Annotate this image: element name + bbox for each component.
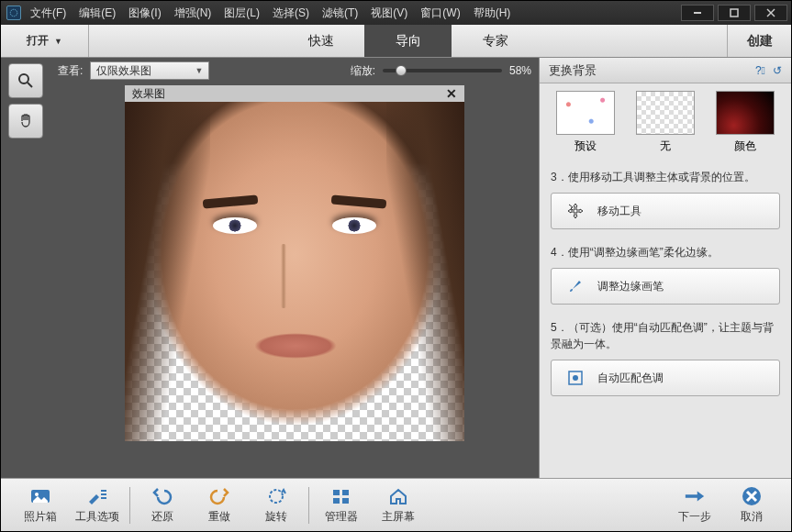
menu-help[interactable]: 帮助(H) <box>474 6 511 21</box>
organizer-icon <box>330 485 352 507</box>
next-button[interactable]: 下一步 <box>666 485 723 525</box>
bottom-bar: 照片箱 工具选项 还原 重做 旋转 管理器 主屏幕 下一步 取消 <box>1 478 791 531</box>
document-titlebar: 效果图 ✕ <box>125 85 464 102</box>
move-tool-button[interactable]: 移动工具 <box>551 193 780 229</box>
panel-body: 预设 无 颜色 3．使用移动工具调整主体或背景的位置。 移动工具 4．使用“调整… <box>540 83 791 478</box>
view-dropdown-value: 仅限效果图 <box>96 63 151 79</box>
open-label: 打开 <box>27 33 49 49</box>
button-label: 管理器 <box>325 509 358 525</box>
button-label: 重做 <box>208 509 230 525</box>
thumb-color[interactable]: 颜色 <box>716 91 775 154</box>
title-bar: 文件(F) 编辑(E) 图像(I) 增强(N) 图层(L) 选择(S) 滤镜(T… <box>1 1 791 25</box>
undo-icon <box>151 485 173 507</box>
app-icon <box>5 4 23 22</box>
match-color-button[interactable]: 自动匹配色调 <box>551 360 780 396</box>
button-label: 旋转 <box>265 509 287 525</box>
menu-bar: 文件(F) 编辑(E) 图像(I) 增强(N) 图层(L) 选择(S) 滤镜(T… <box>30 6 677 21</box>
svg-point-11 <box>35 493 39 496</box>
svg-point-9 <box>573 375 578 381</box>
rotate-button[interactable]: 旋转 <box>248 485 305 525</box>
zoom-controls: 缩放: 58% <box>351 63 531 79</box>
menu-edit[interactable]: 编辑(E) <box>79 6 116 21</box>
thumb-label: 颜色 <box>734 139 756 154</box>
tab-quick[interactable]: 快速 <box>277 25 364 57</box>
menu-enhance[interactable]: 增强(N) <box>174 6 212 21</box>
step-5-text: 5．（可选）使用“自动匹配色调”，让主题与背景融为一体。 <box>551 319 780 352</box>
mode-bar: 打开 ▼ 快速 导向 专家 创建 <box>1 25 791 58</box>
tool-options-button[interactable]: 工具选项 <box>69 485 126 525</box>
zoom-tool[interactable] <box>8 63 43 98</box>
button-label: 自动匹配色调 <box>597 371 664 386</box>
button-label: 调整边缘画笔 <box>597 279 664 294</box>
undo-button[interactable]: 还原 <box>134 485 191 525</box>
home-icon <box>387 485 409 507</box>
reset-icon[interactable]: ↺ <box>773 64 782 77</box>
document-title: 效果图 <box>132 86 165 102</box>
organizer-button[interactable]: 管理器 <box>313 485 370 525</box>
work-area: 查看: 仅限效果图 ▼ 缩放: 58% 效果图 ✕ <box>1 58 791 478</box>
tool-column <box>1 58 50 478</box>
chevron-down-icon: ▼ <box>54 37 62 46</box>
maximize-button[interactable] <box>718 5 751 21</box>
tab-guided[interactable]: 导向 <box>364 25 452 57</box>
move-icon <box>566 202 585 220</box>
home-button[interactable]: 主屏幕 <box>370 485 427 525</box>
canvas-inner: 效果图 ✕ <box>50 83 539 478</box>
mode-tabs: 快速 导向 专家 <box>277 25 539 57</box>
refine-edge-button[interactable]: 调整边缘画笔 <box>551 268 780 305</box>
redo-button[interactable]: 重做 <box>191 485 248 525</box>
svg-rect-0 <box>7 6 21 20</box>
menu-image[interactable]: 图像(I) <box>128 6 161 21</box>
view-bar: 查看: 仅限效果图 ▼ 缩放: 58% <box>50 58 539 83</box>
window-controls <box>677 5 787 21</box>
svg-point-15 <box>270 490 283 503</box>
match-color-icon <box>566 369 585 387</box>
thumb-preset[interactable]: 预设 <box>556 91 615 154</box>
cancel-button[interactable]: 取消 <box>723 485 780 525</box>
button-label: 下一步 <box>678 509 711 525</box>
create-button[interactable]: 创建 <box>727 25 791 57</box>
svg-rect-16 <box>333 490 340 495</box>
menu-layer[interactable]: 图层(L) <box>224 6 260 21</box>
zoom-slider[interactable] <box>383 69 502 72</box>
menu-select[interactable]: 选择(S) <box>273 6 309 21</box>
brush-icon <box>566 277 585 295</box>
slider-thumb[interactable] <box>396 65 407 76</box>
button-label: 主屏幕 <box>382 509 415 525</box>
photo-bin-icon <box>29 485 51 507</box>
background-thumbs: 预设 无 颜色 <box>551 91 780 154</box>
button-label: 还原 <box>151 509 173 525</box>
svg-point-6 <box>19 74 28 83</box>
chevron-down-icon: ▼ <box>195 66 203 75</box>
view-dropdown[interactable]: 仅限效果图 ▼ <box>90 61 209 80</box>
help-icon[interactable]: ?⃝ <box>755 64 765 77</box>
button-label: 移动工具 <box>597 204 641 219</box>
document-image[interactable] <box>125 102 464 441</box>
menu-file[interactable]: 文件(F) <box>30 6 66 21</box>
hand-tool[interactable] <box>8 104 43 139</box>
step-3-text: 3．使用移动工具调整主体或背景的位置。 <box>551 169 780 185</box>
view-label: 查看: <box>58 63 83 79</box>
svg-rect-19 <box>342 498 349 504</box>
button-label: 取消 <box>741 509 763 525</box>
panel-header: 更换背景 ?⃝ ↺ <box>540 58 791 83</box>
close-button[interactable] <box>754 5 787 21</box>
photo-bin-button[interactable]: 照片箱 <box>12 485 69 525</box>
menu-view[interactable]: 视图(V) <box>371 6 407 21</box>
svg-line-7 <box>28 83 32 87</box>
open-button[interactable]: 打开 ▼ <box>1 25 89 57</box>
thumb-none[interactable]: 无 <box>636 91 695 154</box>
tab-expert[interactable]: 专家 <box>452 25 539 57</box>
redo-icon <box>208 485 230 507</box>
zoom-label: 缩放: <box>351 63 375 79</box>
canvas-area: 查看: 仅限效果图 ▼ 缩放: 58% 效果图 ✕ <box>50 58 539 478</box>
menu-filter[interactable]: 滤镜(T) <box>322 6 358 21</box>
minimize-button[interactable] <box>681 5 714 21</box>
step-4-text: 4．使用“调整边缘画笔”柔化边缘。 <box>551 244 780 260</box>
thumb-label: 无 <box>660 139 671 154</box>
menu-window[interactable]: 窗口(W) <box>420 6 460 21</box>
button-label: 照片箱 <box>24 509 57 525</box>
button-label: 工具选项 <box>75 509 119 525</box>
document-close-icon[interactable]: ✕ <box>446 86 457 101</box>
zoom-value: 58% <box>509 64 531 77</box>
